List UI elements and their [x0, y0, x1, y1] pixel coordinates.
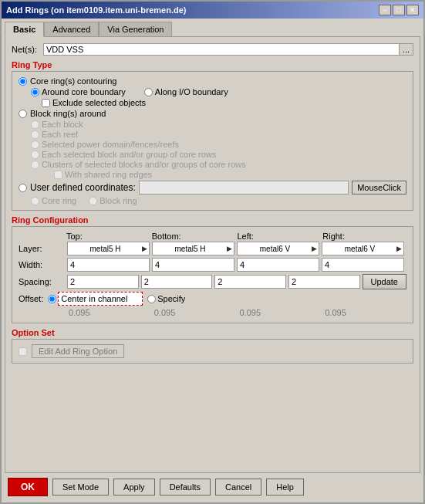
exclude-row: Exclude selected objects — [42, 98, 406, 107]
tab-bar: Basic Advanced Via Generation — [5, 22, 420, 37]
spacing-row: Spacing: Update — [19, 274, 406, 289]
defaults-button[interactable]: Defaults — [160, 479, 211, 496]
core-ring-radio[interactable] — [19, 77, 27, 86]
help-button[interactable]: Help — [266, 479, 304, 496]
specify-radio-item: Specify — [147, 294, 185, 303]
around-core-item: Around core boundary — [31, 87, 126, 96]
user-defined-input[interactable] — [139, 181, 349, 194]
ring-type-header: Ring Type — [12, 60, 413, 69]
spacing-right-input[interactable] — [288, 275, 360, 289]
each-reef-radio — [31, 130, 39, 139]
ring-config-header: Ring Configuration — [12, 215, 413, 225]
center-radio[interactable] — [48, 295, 56, 303]
update-button[interactable]: Update — [363, 274, 406, 289]
spacing-left-input[interactable] — [214, 275, 286, 289]
clusters-row: Clusters of selected blocks and/or group… — [31, 160, 406, 169]
left-layer-arrow: ▶ — [312, 245, 317, 252]
width-right-input[interactable] — [322, 258, 404, 272]
window-title: Add Rings (on item0109.item.uni-bremen.d… — [6, 5, 186, 15]
spacing-top-input[interactable] — [67, 275, 139, 289]
each-block-row: Each block — [31, 120, 406, 129]
around-core-radio[interactable] — [31, 88, 39, 96]
edit-add-ring-button[interactable]: Edit Add Ring Option — [32, 344, 124, 358]
offset-left-val: 0.095 — [238, 307, 322, 318]
title-bar-buttons: − □ ✕ — [379, 5, 419, 15]
width-top-input[interactable] — [67, 258, 150, 272]
config-header-row: Top: Bottom: Left: Right: — [19, 232, 406, 242]
top-header: Top: — [66, 232, 150, 242]
selected-power-label: Selected power domain/fences/reefs — [42, 140, 179, 149]
right-layer-arrow: ▶ — [396, 245, 402, 252]
selected-power-radio — [31, 140, 39, 149]
maximize-button[interactable]: □ — [393, 5, 405, 15]
minimize-button[interactable]: − — [379, 5, 391, 15]
right-layer-button[interactable]: metal6 V ▶ — [322, 242, 404, 255]
center-radio-item — [48, 292, 143, 306]
net-browse-button[interactable]: ... — [399, 44, 413, 55]
mouse-click-button[interactable]: MouseClick — [352, 181, 406, 194]
block-ring-sub-item: Block ring — [89, 196, 137, 205]
ring-type-box: Core ring(s) contouring Around core boun… — [12, 71, 413, 211]
core-ring-sub-label: Core ring — [42, 196, 76, 205]
set-mode-button[interactable]: Set Mode — [52, 479, 109, 496]
shared-ring-row: With shared ring edges — [54, 170, 406, 179]
clusters-radio — [31, 161, 39, 169]
offset-values-row: 0.095 0.095 0.095 0.095 — [19, 307, 406, 318]
center-input[interactable] — [58, 292, 143, 306]
ok-button[interactable]: OK — [8, 478, 48, 496]
each-selected-label: Each selected block and/or group of core… — [42, 150, 216, 159]
bottom-header: Bottom: — [152, 232, 236, 242]
top-layer-button[interactable]: metal5 H ▶ — [67, 242, 150, 255]
exclude-label: Exclude selected objects — [52, 98, 146, 107]
bottom-layer-button[interactable]: metal5 H ▶ — [152, 242, 234, 255]
bottom-layer-text: metal5 H — [154, 245, 226, 253]
width-bottom-input[interactable] — [152, 258, 234, 272]
tab-basic[interactable]: Basic — [5, 22, 44, 37]
exclude-checkbox[interactable] — [42, 99, 50, 107]
spacing-bottom-input[interactable] — [141, 275, 213, 289]
along-io-radio[interactable] — [144, 88, 153, 96]
block-ring-sub-label: Block ring — [100, 196, 137, 205]
block-ring-label: Block ring(s) around — [30, 109, 106, 118]
specify-radio[interactable] — [147, 295, 156, 303]
bottom-layer-arrow: ▶ — [227, 245, 232, 252]
net-input[interactable] — [44, 44, 399, 55]
tab-via-generation[interactable]: Via Generation — [99, 22, 172, 37]
ring-config-box: Top: Bottom: Left: Right: Layer: metal5 … — [12, 226, 413, 323]
content-area: Basic Advanced Via Generation Net(s): ..… — [2, 19, 423, 502]
core-ring-sub-item: Core ring — [31, 196, 76, 205]
around-core-label: Around core boundary — [42, 87, 126, 96]
option-set-section: Option Set Edit Add Ring Option — [12, 328, 413, 364]
spacing-row-label: Spacing: — [19, 277, 65, 286]
net-label: Net(s): — [12, 45, 37, 54]
ring-config-section: Ring Configuration Top: Bottom: Left: Ri… — [12, 215, 413, 323]
block-ring-radio[interactable] — [19, 110, 27, 118]
layer-row-label: Layer: — [19, 244, 65, 253]
left-layer-text: metal6 V — [239, 245, 311, 253]
each-selected-row: Each selected block and/or group of core… — [31, 150, 406, 159]
cancel-button[interactable]: Cancel — [215, 479, 261, 496]
user-defined-radio[interactable] — [19, 184, 27, 192]
tab-advanced[interactable]: Advanced — [44, 22, 99, 37]
layer-row: Layer: metal5 H ▶ metal5 H ▶ metal6 V ▶ — [19, 242, 406, 255]
offset-right-val: 0.095 — [322, 307, 406, 318]
offset-top-val: 0.095 — [66, 307, 150, 318]
selected-power-row: Selected power domain/fences/reefs — [31, 140, 406, 149]
each-reef-label: Each reef — [42, 130, 78, 139]
top-layer-text: metal5 H — [69, 245, 141, 253]
shared-ring-checkbox — [54, 171, 62, 179]
top-layer-arrow: ▶ — [142, 245, 147, 252]
width-left-input[interactable] — [237, 258, 319, 272]
left-layer-button[interactable]: metal6 V ▶ — [237, 242, 319, 255]
each-block-label: Each block — [42, 120, 83, 129]
right-layer-text: metal6 V — [324, 245, 396, 253]
main-panel: Net(s): ... Ring Type Core ring(s) conto… — [5, 36, 420, 473]
block-ring-row: Block ring(s) around — [19, 109, 406, 118]
title-bar: Add Rings (on item0109.item.uni-bremen.d… — [2, 2, 423, 19]
close-button[interactable]: ✕ — [406, 5, 419, 15]
net-row: Net(s): ... — [12, 43, 413, 56]
main-window: Add Rings (on item0109.item.uni-bremen.d… — [0, 0, 425, 504]
shared-ring-label: With shared ring edges — [65, 170, 152, 179]
user-defined-label: User defined coordinates: — [30, 182, 136, 193]
apply-button[interactable]: Apply — [113, 479, 155, 496]
